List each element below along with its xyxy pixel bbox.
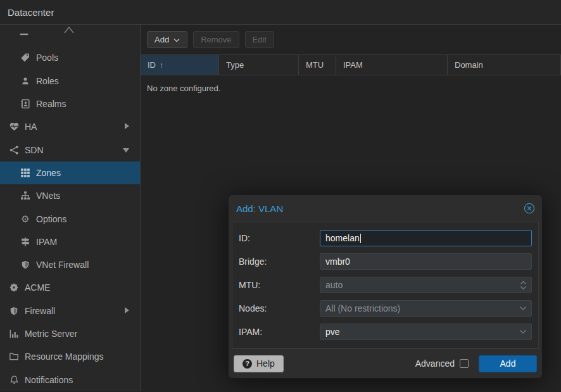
ipam-select[interactable]: pve <box>320 324 532 340</box>
column-header-ipam[interactable]: IPAM <box>336 55 448 75</box>
close-icon[interactable] <box>524 203 535 214</box>
advanced-label: Advanced <box>415 358 455 369</box>
folder-icon <box>8 351 20 362</box>
certificate-icon <box>8 282 20 293</box>
dialog-body: ID: homelan Bridge: vmbr0 MTU: auto <box>232 222 539 349</box>
sidebar-item-pools[interactable]: Pools <box>0 46 140 69</box>
bell-icon <box>8 375 20 385</box>
edit-button[interactable]: Edit <box>245 31 274 48</box>
address-book-icon <box>19 99 32 109</box>
chevron-up-icon <box>63 25 75 36</box>
sidebar-item-label: Metric Server <box>25 329 77 339</box>
sidebar-item-label: SDN <box>25 145 44 155</box>
mtu-field-label: MTU: <box>239 280 320 290</box>
grid-icon <box>19 168 32 178</box>
page-title: Datacenter <box>8 7 54 18</box>
sidebar-item-acme[interactable]: ACME <box>0 276 140 299</box>
sidebar-item-vnets[interactable]: VNets <box>0 184 140 207</box>
sidebar-item-ipam[interactable]: IPAM <box>0 231 140 253</box>
sidebar-item-label: Resource Mappings <box>25 351 104 362</box>
tags-icon <box>19 53 32 63</box>
sidebar-item-label: Firewall <box>25 306 55 316</box>
mtu-field-row: MTU: auto <box>239 277 532 293</box>
minus-icon <box>19 31 29 41</box>
sidebar-item-label: HA <box>25 122 37 132</box>
bar-chart-icon <box>8 329 20 339</box>
sidebar-item-zones[interactable]: Zones <box>0 161 140 184</box>
id-field-row: ID: homelan <box>239 230 532 246</box>
add-submit-button[interactable]: Add <box>479 355 537 372</box>
text-caret <box>360 234 362 243</box>
sidebar-item-notifications[interactable]: Notifications <box>0 368 140 391</box>
map-signs-icon <box>19 237 32 247</box>
ipam-field-row: IPAM: pve <box>239 324 532 340</box>
sidebar-item-vnet-firewall[interactable]: VNet Firewall <box>0 253 140 276</box>
sidebar-item-label: VNets <box>36 191 60 201</box>
zones-table-header: ID ↑ Type MTU IPAM Domain <box>141 54 561 75</box>
network-icon <box>8 145 20 155</box>
sidebar-tree: Pools Roles Realms HA <box>0 25 141 391</box>
sidebar-item-label: Options <box>36 214 66 224</box>
sidebar-item-label: Pools <box>36 53 58 63</box>
user-icon <box>19 76 32 86</box>
column-header-mtu[interactable]: MTU <box>299 55 336 75</box>
sidebar-item-label: Notifications <box>25 375 73 385</box>
advanced-checkbox[interactable] <box>460 359 469 368</box>
sidebar-item-firewall[interactable]: Firewall <box>0 300 140 322</box>
nodes-field-row: Nodes: All (No restrictions) <box>239 300 532 317</box>
column-header-id[interactable]: ID ↑ <box>141 55 219 75</box>
chevron-right-icon <box>123 306 130 316</box>
nodes-select[interactable]: All (No restrictions) <box>320 300 532 317</box>
sidebar-item-options[interactable]: ⚙ Options <box>0 207 140 230</box>
sidebar-item-label: ACME <box>25 282 50 293</box>
chevron-down-icon <box>173 35 180 44</box>
mtu-spinner[interactable]: auto <box>320 277 532 293</box>
sidebar-item-resource-mappings[interactable]: Resource Mappings <box>0 345 140 368</box>
bridge-field-label: Bridge: <box>239 256 320 267</box>
question-circle-icon: ? <box>243 359 252 369</box>
sitemap-icon <box>19 191 32 201</box>
sidebar-item-label: VNet Firewall <box>36 260 89 270</box>
zones-toolbar: Add Remove Edit <box>141 25 561 54</box>
shield-icon <box>8 306 20 316</box>
chevron-right-icon <box>123 122 130 132</box>
chevron-down-icon[interactable] <box>519 324 527 339</box>
add-button[interactable]: Add <box>147 31 187 48</box>
sidebar-item-label: Zones <box>36 168 61 178</box>
sidebar-item-label: Roles <box>36 76 59 86</box>
shield-icon <box>19 260 32 270</box>
sidebar-item-metric-server[interactable]: Metric Server <box>0 322 140 345</box>
id-input[interactable]: homelan <box>320 230 532 246</box>
proxmox-app: Datacenter Pools <box>0 0 561 392</box>
gear-icon: ⚙ <box>19 214 32 224</box>
sidebar-item-roles[interactable]: Roles <box>0 70 140 92</box>
sidebar-item-sdn[interactable]: SDN <box>0 138 140 161</box>
empty-table-text: No zone configured. <box>147 84 220 93</box>
help-button[interactable]: ? Help <box>234 355 284 372</box>
remove-button[interactable]: Remove <box>193 31 239 48</box>
dialog-header[interactable]: Add: VLAN <box>229 195 542 222</box>
chevron-down-icon[interactable] <box>519 301 527 316</box>
sidebar-item-ha[interactable]: HA <box>0 115 140 138</box>
dialog-footer: ? Help Advanced Add <box>229 349 542 378</box>
column-header-domain[interactable]: Domain <box>448 55 561 75</box>
sort-asc-icon: ↑ <box>160 60 164 70</box>
heartbeat-icon <box>8 122 20 132</box>
id-field-label: ID: <box>239 233 320 243</box>
sidebar-item-partial[interactable] <box>0 25 140 46</box>
nodes-field-label: Nodes: <box>239 303 320 313</box>
add-vlan-dialog: Add: VLAN ID: homelan Bridge: vmbr0 MTU: <box>228 194 543 379</box>
sidebar-item-label: IPAM <box>36 237 57 247</box>
column-header-type[interactable]: Type <box>219 55 299 75</box>
spinner-arrows-icon[interactable] <box>520 277 527 293</box>
ipam-field-label: IPAM: <box>239 327 320 337</box>
chevron-down-icon <box>122 145 130 155</box>
bridge-field-row: Bridge: vmbr0 <box>239 253 532 270</box>
sidebar-item-label: Realms <box>36 99 66 109</box>
bridge-input[interactable]: vmbr0 <box>320 253 532 270</box>
sidebar-item-realms[interactable]: Realms <box>0 92 140 115</box>
top-bar: Datacenter <box>0 0 561 25</box>
dialog-title: Add: VLAN <box>236 203 524 214</box>
